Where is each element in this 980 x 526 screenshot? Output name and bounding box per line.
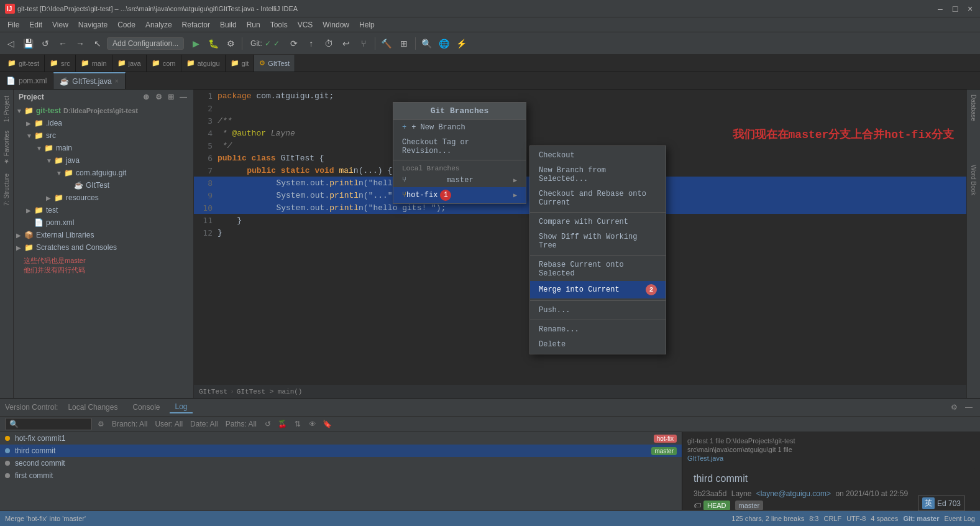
vc-eye-icon[interactable]: 👁 xyxy=(306,418,319,430)
save-button[interactable]: 💾 xyxy=(20,35,36,52)
event-log[interactable]: Event Log xyxy=(944,515,975,522)
vc-search-input[interactable] xyxy=(5,418,92,430)
menu-refactor[interactable]: Refactor xyxy=(177,19,215,30)
sidebar-settings-icon[interactable]: ⚙ xyxy=(153,92,163,102)
vc-date-filter[interactable]: Date: All xyxy=(188,418,221,430)
menu-view[interactable]: View xyxy=(47,19,73,30)
nav-gittest[interactable]: ⚙ GItTest xyxy=(254,55,295,72)
menu-build[interactable]: Build xyxy=(215,19,242,30)
ctx-delete[interactable]: Delete xyxy=(530,337,666,352)
tree-src[interactable]: ▼ 📁 src xyxy=(14,129,193,142)
ctx-rename[interactable]: Rename... xyxy=(530,322,666,337)
vc-tab-log[interactable]: Log xyxy=(170,401,192,413)
database-tool-icon[interactable]: Database xyxy=(969,92,978,124)
commit-row-second[interactable]: second commit xyxy=(0,457,682,469)
tab-gittest-java[interactable]: ☕ GItTest.java × xyxy=(53,72,125,89)
menu-vcs[interactable]: VCS xyxy=(293,19,318,30)
vc-user-filter[interactable]: User: All xyxy=(152,418,185,430)
vc-branch-filter[interactable]: Branch: All xyxy=(109,418,150,430)
close-tab-icon[interactable]: × xyxy=(115,78,119,85)
vc-arrows-icon[interactable]: ⇅ xyxy=(291,418,304,430)
nav-com[interactable]: 📁 com xyxy=(147,55,181,72)
vc-tab-local-changes[interactable]: Local Changes xyxy=(63,402,122,413)
commit-row-third[interactable]: third commit master xyxy=(0,445,682,457)
git-branch[interactable]: ⑂ xyxy=(355,35,372,52)
nav-forward[interactable]: → xyxy=(72,35,88,52)
sidebar-expand-icon[interactable]: ⊞ xyxy=(166,92,176,102)
translate-btn[interactable]: 🌐 xyxy=(436,35,452,52)
sync-button[interactable]: ↺ xyxy=(37,35,53,52)
nav-git[interactable]: 📁 git xyxy=(226,55,255,72)
tree-test[interactable]: ▶ 📁 test xyxy=(14,204,193,216)
extra-btn[interactable]: ⚡ xyxy=(454,35,470,52)
tree-external-libs[interactable]: ▶ 📦 External Libraries xyxy=(14,229,193,241)
build-btn[interactable]: 🔨 xyxy=(378,35,395,52)
menu-navigate[interactable]: Navigate xyxy=(73,19,112,30)
nav-src[interactable]: 📁 src xyxy=(45,55,76,72)
close-button[interactable]: × xyxy=(965,4,975,14)
ctx-checkout[interactable]: Checkout xyxy=(530,148,666,163)
nav-back[interactable]: ← xyxy=(55,35,71,52)
tree-com-atguigu[interactable]: ▼ 📁 com.atguigu.git xyxy=(14,167,193,179)
ctx-show-diff[interactable]: Show Diff with Working Tree xyxy=(530,229,666,253)
tree-gittest[interactable]: ▶ ☕ GItTest xyxy=(14,179,193,191)
terminal-btn[interactable]: ⊞ xyxy=(396,35,412,52)
nav-git-test[interactable]: 📁 git-test xyxy=(2,55,45,72)
menu-window[interactable]: Window xyxy=(318,19,354,30)
sidebar-scope-icon[interactable]: ⊕ xyxy=(141,92,151,102)
run-button[interactable]: ▶ xyxy=(188,35,204,52)
new-branch-item[interactable]: + + New Branch xyxy=(393,120,526,135)
ctx-rebase-current[interactable]: Rebase Current onto Selected xyxy=(530,257,666,281)
checkout-tag-item[interactable]: Checkout Tag or Revision... xyxy=(393,135,526,159)
git-push[interactable]: ↑ xyxy=(303,35,319,52)
ctx-compare[interactable]: Compare with Current xyxy=(530,215,666,229)
git-history[interactable]: ⏱ xyxy=(321,35,337,52)
tree-idea[interactable]: ▶ 📁 .idea xyxy=(14,117,193,129)
tree-resources[interactable]: ▶ 📁 resources xyxy=(14,191,193,204)
favorites-tool-icon[interactable]: ★ Favorites xyxy=(2,127,11,168)
menu-code[interactable]: Code xyxy=(112,19,140,30)
menu-analyze[interactable]: Analyze xyxy=(140,19,177,30)
word-tool-icon[interactable]: Word Book xyxy=(969,162,978,198)
menu-tools[interactable]: Tools xyxy=(265,19,293,30)
menu-run[interactable]: Run xyxy=(242,19,265,30)
nav-atguigu[interactable]: 📁 atguigu xyxy=(181,55,226,72)
tree-java[interactable]: ▼ 📁 java xyxy=(14,154,193,167)
back-button[interactable]: ◁ xyxy=(2,35,19,52)
ctx-rebase[interactable]: Checkout and Rebase onto Current xyxy=(530,187,666,210)
nav-java[interactable]: 📁 java xyxy=(112,55,147,72)
cursor-button[interactable]: ↖ xyxy=(89,35,106,52)
tree-pom[interactable]: ▶ 📄 pom.xml xyxy=(14,216,193,229)
vc-minimize-icon[interactable]: — xyxy=(963,401,975,413)
branch-hotfix[interactable]: ⑂ hot-fix 1 ▶ xyxy=(393,187,526,203)
menu-edit[interactable]: Edit xyxy=(24,19,47,30)
maximize-button[interactable]: □ xyxy=(950,4,960,14)
nav-main[interactable]: 📁 main xyxy=(76,55,112,72)
structure-tool-icon[interactable]: 7: Structure xyxy=(2,170,11,210)
search-btn[interactable]: 🔍 xyxy=(419,35,435,52)
add-config-button[interactable]: Add Configuration... xyxy=(107,37,184,50)
ctx-new-branch[interactable]: New Branch from Selected... xyxy=(530,163,666,187)
sidebar-collapse-icon[interactable]: — xyxy=(178,92,188,102)
commit-row-first[interactable]: first commit xyxy=(0,469,682,482)
tree-root[interactable]: ▼ 📁 git-test D:\IdeaProjects\git-test xyxy=(14,104,193,117)
minimize-button[interactable]: – xyxy=(935,4,945,14)
tab-pom-xml[interactable]: 📄 pom.xml xyxy=(0,72,53,89)
ctx-merge[interactable]: Merge into Current 2 xyxy=(530,281,666,298)
tree-main[interactable]: ▼ 📁 main xyxy=(14,142,193,154)
menu-file[interactable]: File xyxy=(2,19,24,30)
debug-button[interactable]: 🐛 xyxy=(205,35,221,52)
git-update[interactable]: ⟳ xyxy=(286,35,302,52)
vc-tab-console[interactable]: Console xyxy=(127,402,165,413)
vc-paths-filter[interactable]: Paths: All xyxy=(223,418,259,430)
vc-settings-icon[interactable]: ⚙ xyxy=(948,401,960,413)
menu-help[interactable]: Help xyxy=(354,19,380,30)
project-tool-icon[interactable]: 1: Project xyxy=(2,92,11,126)
vc-bookmark-icon[interactable]: 🔖 xyxy=(321,418,334,430)
vc-refresh-icon[interactable]: ↺ xyxy=(262,418,274,430)
commit-row-hotfix[interactable]: hot-fix commit1 hot-fix xyxy=(0,432,682,445)
ctx-push[interactable]: Push... xyxy=(530,303,666,318)
run-config[interactable]: ⚙ xyxy=(222,35,239,52)
tree-scratches[interactable]: ▶ 📁 Scratches and Consoles xyxy=(14,241,193,254)
git-rollback[interactable]: ↩ xyxy=(338,35,354,52)
